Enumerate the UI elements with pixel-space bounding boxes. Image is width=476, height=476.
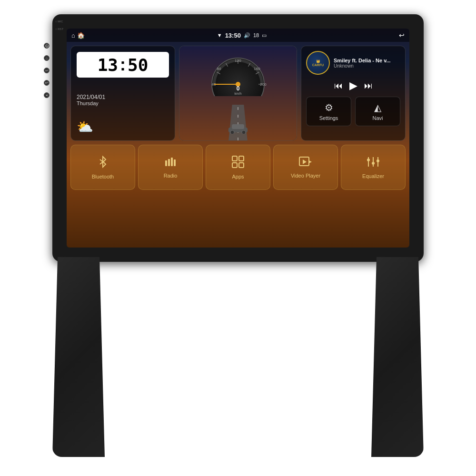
svg-point-23 xyxy=(242,130,246,134)
music-top: 👑 CARFU Smiley ft. Delia - Ne v... Unkno… xyxy=(306,51,400,75)
car-unit: ○ MIC ○ RST ⏻ ⌂ ↩ ◂+ ◂ xyxy=(43,0,433,476)
side-buttons: ⏻ ⌂ ↩ ◂+ ◂ xyxy=(44,43,50,98)
home-icon[interactable]: ⌂ xyxy=(71,32,75,39)
video-player-app[interactable]: Video Player xyxy=(273,145,338,190)
vol-up-button[interactable]: ◂+ xyxy=(44,80,50,86)
svg-text:200: 200 xyxy=(260,82,267,87)
svg-point-22 xyxy=(230,130,234,134)
video-icon xyxy=(299,157,312,170)
navi-button[interactable]: ◭ Navi xyxy=(355,97,400,126)
apps-label: Apps xyxy=(232,174,244,179)
equalizer-label: Equalizer xyxy=(362,173,384,179)
vol-down-button[interactable]: ◂ xyxy=(44,92,50,98)
svg-text:0: 0 xyxy=(237,85,240,92)
main-content: 13 : 50 2021/04/01 Thursday ⛅ xyxy=(67,42,409,248)
location-icon[interactable]: 🏠 xyxy=(77,32,85,39)
settings-button[interactable]: ⚙ Settings xyxy=(306,97,351,126)
clock-display: 13 : 50 xyxy=(77,52,169,78)
left-leg xyxy=(52,257,105,457)
svg-rect-26 xyxy=(165,160,167,166)
equalizer-app[interactable]: Equalizer xyxy=(341,145,406,190)
equalizer-icon xyxy=(367,156,380,170)
apps-app[interactable]: Apps xyxy=(206,145,270,190)
status-center: ▼ 13:50 🔊 18 ▭ xyxy=(217,32,267,39)
bluetooth-icon xyxy=(97,156,109,171)
svg-rect-29 xyxy=(174,159,176,166)
app-row: Bluetooth Radio xyxy=(70,145,406,190)
svg-rect-27 xyxy=(168,159,170,166)
svg-rect-33 xyxy=(239,163,244,168)
music-artist: Unknown xyxy=(334,63,400,69)
bottom-mount xyxy=(43,257,433,457)
play-button[interactable]: ▶ xyxy=(349,79,357,92)
screen: ⌂ 🏠 ▼ 13:50 🔊 18 ▭ ↩ xyxy=(67,29,409,248)
bluetooth-label: Bluetooth xyxy=(92,174,114,179)
speedometer-widget: 40 80 120 160 200 0 xyxy=(179,46,297,141)
music-info: Smiley ft. Delia - Ne v... Unknown xyxy=(334,58,400,69)
music-title: Smiley ft. Delia - Ne v... xyxy=(334,58,400,63)
power-button[interactable]: ⏻ xyxy=(44,43,50,49)
car-silhouette xyxy=(226,122,250,136)
battery-icon: ▭ xyxy=(262,32,267,39)
volume-icon: 🔊 xyxy=(244,32,250,39)
status-time: 13:50 xyxy=(225,32,241,39)
clock-colon: : xyxy=(120,55,126,75)
radio-icon xyxy=(164,157,177,170)
rst-label: ○ RST xyxy=(55,28,63,30)
apps-icon xyxy=(232,156,244,171)
speedo-svg: 40 80 120 160 200 0 xyxy=(207,53,269,96)
video-player-label: Video Player xyxy=(291,173,320,178)
wifi-icon: ▼ xyxy=(217,32,222,38)
volume-level: 18 xyxy=(253,32,259,38)
clock-minutes: 50 xyxy=(128,55,148,75)
clock-widget: 13 : 50 2021/04/01 Thursday ⛅ xyxy=(70,46,175,141)
mic-label: ○ MIC xyxy=(55,20,63,23)
svg-rect-30 xyxy=(232,156,237,161)
music-controls: ⏮ ▶ ⏭ xyxy=(306,78,400,94)
clock-date: 2021/04/01 xyxy=(77,94,169,100)
next-button[interactable]: ⏭ xyxy=(364,81,373,91)
svg-marker-35 xyxy=(309,160,312,163)
svg-rect-28 xyxy=(171,158,173,166)
status-right: ↩ xyxy=(399,31,405,40)
svg-text:120: 120 xyxy=(235,59,241,63)
status-left-icons: ⌂ 🏠 xyxy=(71,32,85,39)
top-row: 13 : 50 2021/04/01 Thursday ⛅ xyxy=(70,46,406,141)
navi-icon: ◭ xyxy=(374,102,381,113)
svg-rect-31 xyxy=(239,156,244,161)
svg-marker-36 xyxy=(303,159,307,164)
svg-text:160: 160 xyxy=(254,67,260,71)
back-button-side[interactable]: ↩ xyxy=(44,68,50,73)
bluetooth-app[interactable]: Bluetooth xyxy=(70,145,135,190)
svg-rect-32 xyxy=(232,163,237,168)
weather-icon: ⛅ xyxy=(77,119,169,135)
speedo-container: 40 80 120 160 200 0 xyxy=(179,46,297,140)
svg-rect-21 xyxy=(232,124,244,129)
settings-icon: ⚙ xyxy=(325,102,333,113)
clock-day: Thursday xyxy=(77,100,169,106)
prev-button[interactable]: ⏮ xyxy=(334,81,343,91)
music-widget: 👑 CARFU Smiley ft. Delia - Ne v... Unkno… xyxy=(301,46,406,141)
settings-label: Settings xyxy=(319,115,338,121)
right-leg xyxy=(371,257,424,457)
svg-text:80: 80 xyxy=(217,67,221,71)
album-art: 👑 CARFU xyxy=(306,51,330,75)
clock-hours: 13 xyxy=(98,55,118,75)
main-bezel: ○ MIC ○ RST ⏻ ⌂ ↩ ◂+ ◂ xyxy=(52,14,424,262)
navi-label: Navi xyxy=(372,115,383,121)
settings-navi-row: ⚙ Settings ◭ Navi xyxy=(306,97,400,126)
status-bar: ⌂ 🏠 ▼ 13:50 🔊 18 ▭ ↩ xyxy=(67,29,409,42)
home-button[interactable]: ⌂ xyxy=(44,55,50,61)
back-icon[interactable]: ↩ xyxy=(399,31,405,39)
radio-label: Radio xyxy=(164,173,178,178)
svg-text:km/h: km/h xyxy=(234,92,241,95)
radio-app[interactable]: Radio xyxy=(138,145,203,190)
